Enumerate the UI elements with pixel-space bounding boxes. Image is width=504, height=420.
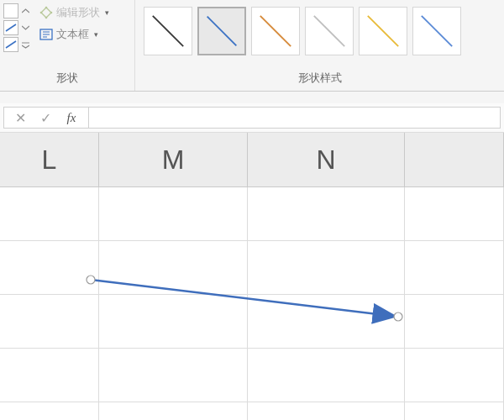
textbox-icon (39, 28, 53, 41)
textbox-button[interactable]: 文本框 ▾ (36, 25, 113, 44)
shape-slot[interactable] (3, 20, 18, 35)
svg-line-13 (207, 17, 237, 46)
style-swatch[interactable] (305, 7, 354, 55)
grid-row (0, 349, 504, 402)
style-swatch[interactable] (412, 7, 461, 55)
cell[interactable] (0, 349, 99, 402)
cell[interactable] (99, 349, 248, 402)
svg-point-4 (40, 12, 43, 14)
svg-line-17 (422, 16, 452, 46)
cell[interactable] (99, 402, 248, 420)
gallery-more-icon[interactable] (19, 37, 31, 52)
cell[interactable] (405, 349, 504, 402)
cell[interactable] (405, 402, 504, 420)
svg-line-16 (368, 16, 398, 46)
svg-line-12 (153, 16, 183, 46)
gallery-scroll-up-icon[interactable] (19, 3, 31, 18)
svg-line-0 (6, 24, 16, 31)
textbox-label: 文本框 (56, 27, 89, 42)
formula-cancel-button[interactable]: ✕ (8, 108, 33, 128)
column-header[interactable] (405, 133, 504, 186)
cell[interactable] (248, 295, 405, 348)
column-header[interactable]: M (99, 133, 248, 186)
shape-slot[interactable] (3, 3, 18, 18)
edit-shape-button[interactable]: 编辑形状 ▾ (36, 3, 113, 22)
grid-row (0, 241, 504, 295)
style-swatch[interactable] (359, 7, 407, 55)
grid-row (0, 187, 504, 241)
edit-shape-label: 编辑形状 (56, 5, 100, 20)
cell[interactable] (248, 187, 405, 240)
shape-picker[interactable] (3, 2, 31, 52)
cell[interactable] (405, 241, 504, 294)
cell[interactable] (0, 241, 99, 294)
gallery-scroll-down-icon[interactable] (19, 20, 31, 35)
cell[interactable] (248, 349, 405, 402)
column-header[interactable]: L (0, 133, 99, 186)
spreadsheet-grid[interactable]: LMN (0, 133, 504, 420)
cell[interactable] (248, 402, 405, 420)
formula-input[interactable] (89, 107, 501, 129)
cell[interactable] (0, 295, 99, 348)
style-swatch[interactable] (251, 7, 300, 55)
svg-marker-3 (41, 8, 51, 18)
ribbon: 编辑形状 ▾ 文本框 ▾ 形状 形状样式 (0, 0, 504, 92)
ribbon-group-styles: 形状样式 (135, 0, 504, 91)
dropdown-icon: ▾ (94, 30, 98, 39)
column-header[interactable]: N (248, 133, 405, 186)
cell[interactable] (99, 295, 248, 348)
svg-point-5 (50, 12, 53, 14)
svg-point-6 (45, 7, 48, 9)
cell[interactable] (0, 187, 99, 240)
svg-line-14 (260, 16, 291, 46)
column-header-row: LMN (0, 133, 504, 187)
grid-row (0, 295, 504, 349)
grid-row (0, 402, 504, 420)
group-label-shapes: 形状 (0, 66, 134, 91)
edit-shape-icon (39, 6, 53, 19)
shape-slot[interactable] (3, 37, 18, 52)
ribbon-group-shapes: 编辑形状 ▾ 文本框 ▾ 形状 (0, 0, 135, 91)
formula-accept-button[interactable]: ✓ (33, 108, 58, 128)
group-label-styles: 形状样式 (135, 66, 504, 91)
svg-point-7 (45, 17, 48, 19)
cell[interactable] (405, 295, 504, 348)
shape-style-gallery[interactable] (139, 2, 461, 55)
fx-icon[interactable]: fx (58, 111, 85, 125)
style-swatch[interactable] (197, 7, 246, 55)
style-swatch[interactable] (144, 7, 192, 55)
svg-line-1 (6, 41, 16, 48)
svg-line-15 (314, 16, 344, 46)
cell[interactable] (248, 241, 405, 294)
formula-bar: ✕ ✓ fx (0, 103, 504, 133)
cell[interactable] (99, 187, 248, 240)
cell[interactable] (99, 241, 248, 294)
cell[interactable] (0, 402, 99, 420)
dropdown-icon: ▾ (105, 8, 109, 17)
cell[interactable] (405, 187, 504, 240)
